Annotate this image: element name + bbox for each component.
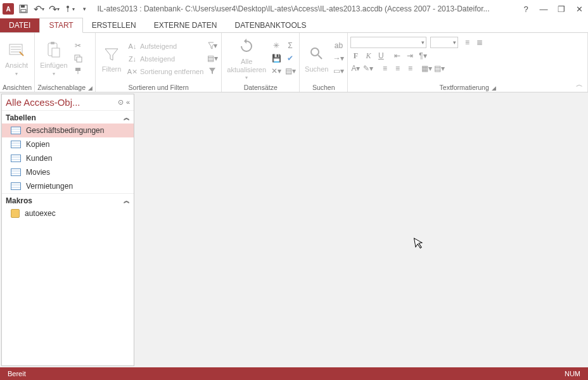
redo-icon[interactable]: ↷▾ xyxy=(48,3,60,15)
filtern-button[interactable]: Filtern xyxy=(98,42,125,74)
replace-icon[interactable]: ab xyxy=(333,41,343,51)
font-family-combo[interactable]: ▾ xyxy=(350,37,426,48)
svg-point-11 xyxy=(311,48,319,56)
sort-entfernen-button[interactable]: A⨯Sortierung entfernen xyxy=(126,66,205,77)
align-center-icon[interactable]: ≡ xyxy=(392,63,402,73)
nav-pane-header[interactable]: Alle Access-Obj... ⊙« xyxy=(2,94,134,110)
nav-collapse-icon[interactable]: « xyxy=(126,98,130,106)
svg-rect-10 xyxy=(75,68,80,71)
align-right-icon[interactable]: ≡ xyxy=(405,63,415,73)
group-search-label: Suchen xyxy=(302,82,345,92)
toggle-filter-icon[interactable] xyxy=(207,66,217,76)
chevron-down-icon: ▾ xyxy=(245,75,248,80)
tab-file[interactable]: DATEI xyxy=(0,18,39,32)
more-records-icon[interactable]: ▤▾ xyxy=(285,66,295,76)
aktualisieren-label: Alle aktualisieren xyxy=(227,58,266,73)
minimize-icon[interactable]: — xyxy=(537,4,550,14)
cut-icon[interactable]: ✂ xyxy=(73,41,83,51)
dialog-launcher-icon[interactable]: ◢ xyxy=(492,85,496,91)
nav-table-item[interactable]: Kopien xyxy=(2,137,134,151)
align-left-icon[interactable]: ≡ xyxy=(380,63,390,73)
access-app-icon: A xyxy=(3,3,14,15)
dialog-launcher-icon[interactable]: ◢ xyxy=(88,85,93,91)
italic-icon[interactable]: K xyxy=(363,51,373,61)
absteigend-button[interactable]: Z↓Absteigend xyxy=(126,53,205,65)
aktualisieren-button[interactable]: Alle aktualisieren ▾ xyxy=(224,35,269,81)
group-ansichten: Ansicht ▾ Ansichten xyxy=(0,33,35,92)
decrease-indent-icon[interactable]: ⇤ xyxy=(392,51,402,61)
document-area xyxy=(136,92,588,367)
tab-datenbanktools[interactable]: DATENBANKTOOLS xyxy=(226,18,316,32)
group-zwischenablage: Einfügen ▾ ✂ Zwischenablage◢ xyxy=(35,33,96,92)
navigation-pane: Alle Access-Obj... ⊙« Tabellen ︽ Geschäf… xyxy=(1,94,134,366)
totals-icon[interactable]: Σ xyxy=(285,41,295,51)
nav-section-tables[interactable]: Tabellen ︽ xyxy=(2,110,134,124)
qat-customize-icon[interactable]: ▾ xyxy=(79,3,90,15)
aufsteigend-button[interactable]: A↓Aufsteigend xyxy=(126,41,205,52)
help-icon[interactable]: ? xyxy=(520,4,532,14)
save-icon[interactable] xyxy=(18,3,29,15)
undo-icon[interactable]: ↶▾ xyxy=(33,3,44,15)
svg-rect-6 xyxy=(51,42,54,44)
selection-filter-icon[interactable]: ▾ xyxy=(207,41,217,51)
table-icon xyxy=(11,141,21,148)
group-tf-label: Textformatierung◢ xyxy=(350,82,585,92)
delete-record-icon[interactable]: ✕▾ xyxy=(271,66,281,76)
search-icon xyxy=(307,44,327,64)
svg-rect-1 xyxy=(21,5,25,8)
svg-rect-2 xyxy=(21,10,26,12)
gridlines-icon[interactable]: ▦▾ xyxy=(421,63,431,73)
bold-icon[interactable]: F xyxy=(350,51,361,61)
chevron-down-icon: ▾ xyxy=(421,39,425,46)
numbering-icon[interactable]: ≣ xyxy=(475,37,485,48)
section-collapse-icon[interactable]: ︽ xyxy=(124,196,130,205)
chevron-down-icon: ▾ xyxy=(53,71,55,77)
group-sort-filter: Filtern A↓Aufsteigend Z↓Absteigend A⨯Sor… xyxy=(96,33,222,92)
tab-externe-daten[interactable]: EXTERNE DATEN xyxy=(145,18,226,32)
nav-table-item[interactable]: Geschäftsbedingungen xyxy=(2,124,134,137)
nav-macro-item[interactable]: autoexec xyxy=(2,206,134,220)
refresh-icon xyxy=(236,36,257,56)
table-icon xyxy=(11,155,21,162)
section-collapse-icon[interactable]: ︽ xyxy=(124,113,130,122)
touch-mode-icon[interactable]: ▾ xyxy=(63,3,75,15)
spelling-icon[interactable]: ✔ xyxy=(285,53,295,63)
ansicht-button[interactable]: Ansicht ▾ xyxy=(3,39,30,77)
window-controls: ? — ❐ ✕ xyxy=(520,4,585,14)
title-bar: A ↶▾ ↷▾ ▾ ▾ IL-ates2013 : Datenbank- C:\… xyxy=(0,0,588,18)
save-record-icon[interactable]: 💾 xyxy=(271,53,281,63)
nav-table-item[interactable]: Vermietungen xyxy=(2,179,134,193)
nav-section-macros[interactable]: Makros ︽ xyxy=(2,193,134,206)
increase-indent-icon[interactable]: ⇥ xyxy=(405,51,415,61)
format-painter-icon[interactable] xyxy=(73,66,83,76)
select-icon[interactable]: ▭▾ xyxy=(333,66,343,76)
text-direction-icon[interactable]: ¶▾ xyxy=(418,51,428,61)
font-color-icon[interactable]: A▾ xyxy=(350,63,361,73)
bullets-icon[interactable]: ≡ xyxy=(462,37,472,48)
nav-table-item[interactable]: Kunden xyxy=(2,151,134,165)
goto-icon[interactable]: →▾ xyxy=(333,53,343,63)
copy-icon[interactable] xyxy=(73,53,83,63)
collapse-ribbon-icon[interactable]: ︿ xyxy=(576,80,583,89)
filter-mini: ▾ ▤▾ xyxy=(206,39,219,77)
tab-start[interactable]: START xyxy=(39,18,82,33)
tab-erstellen[interactable]: ERSTELLEN xyxy=(83,18,145,32)
svg-rect-9 xyxy=(77,57,82,62)
restore-icon[interactable]: ❐ xyxy=(555,4,568,14)
close-icon[interactable]: ✕ xyxy=(573,4,585,14)
svg-rect-7 xyxy=(52,48,60,57)
nav-dropdown-icon[interactable]: ⊙ xyxy=(118,98,124,106)
einfuegen-button[interactable]: Einfügen ▾ xyxy=(37,39,70,77)
font-size-combo[interactable]: ▾ xyxy=(430,37,458,48)
advanced-filter-icon[interactable]: ▤▾ xyxy=(207,53,217,63)
highlight-icon[interactable]: ✎▾ xyxy=(363,63,373,73)
clear-sort-icon: A⨯ xyxy=(127,66,137,77)
alt-row-color-icon[interactable]: ▤▾ xyxy=(434,63,444,73)
new-record-icon[interactable]: ✳ xyxy=(271,41,281,51)
nav-table-item[interactable]: Movies xyxy=(2,165,134,179)
filtern-label: Filtern xyxy=(102,65,122,73)
underline-icon[interactable]: U xyxy=(376,51,386,61)
window-title: IL-ates2013 : Datenbank- C:\Users\user4\… xyxy=(94,4,516,13)
cursor-icon xyxy=(413,236,424,250)
suchen-button[interactable]: Suchen xyxy=(302,42,331,74)
